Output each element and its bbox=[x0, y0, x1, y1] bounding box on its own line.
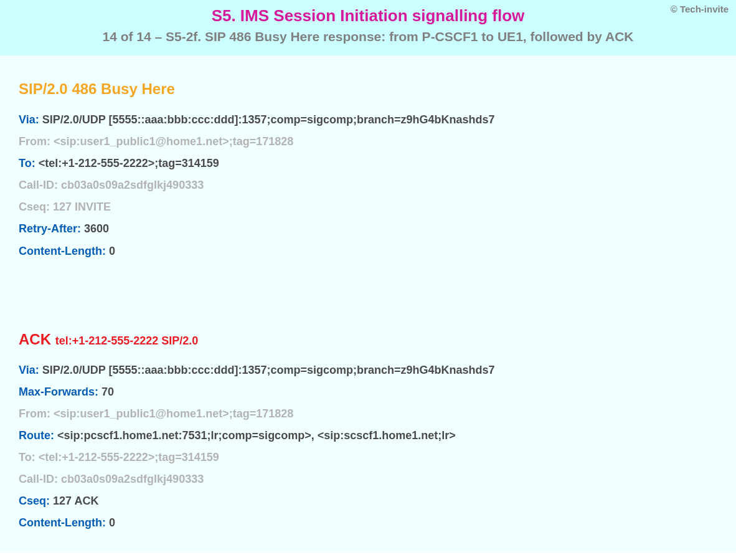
ack-request-uri: tel:+1-212-555-2222 SIP/2.0 bbox=[55, 335, 199, 347]
ack-max-forwards: Max-Forwards: 70 bbox=[19, 381, 717, 403]
clen-value: 0 bbox=[106, 516, 115, 529]
response-to: To: <tel:+1-212-555-2222>;tag=314159 bbox=[19, 153, 717, 174]
response-title: SIP/2.0 486 Busy Here bbox=[19, 80, 717, 98]
maxf-value: 70 bbox=[98, 386, 114, 398]
to-label: To: bbox=[19, 157, 35, 169]
callid-label: Call-ID: bbox=[19, 179, 58, 191]
cseq-value: 127 INVITE bbox=[50, 201, 111, 213]
clen-value: 0 bbox=[106, 245, 115, 257]
from-value: <sip:user1_public1@home1.net>;tag=171828 bbox=[50, 407, 293, 420]
retry-value: 3600 bbox=[81, 222, 109, 235]
copyright-text: © Tech-invite bbox=[671, 4, 729, 14]
callid-value: cb03a0s09a2sdfglkj490333 bbox=[58, 179, 204, 191]
ack-from: From: <sip:user1_public1@home1.net>;tag=… bbox=[19, 403, 717, 425]
page-header: © Tech-invite S5. IMS Session Initiation… bbox=[0, 0, 736, 55]
content-area: SIP/2.0 486 Busy Here Via: SIP/2.0/UDP [… bbox=[0, 55, 736, 553]
ack-method: ACK bbox=[19, 331, 55, 348]
response-from: From: <sip:user1_public1@home1.net>;tag=… bbox=[19, 131, 717, 153]
from-label: From: bbox=[19, 135, 50, 148]
via-label: Via: bbox=[19, 364, 39, 376]
callid-label: Call-ID: bbox=[19, 473, 58, 485]
from-label: From: bbox=[19, 407, 50, 420]
maxf-label: Max-Forwards: bbox=[19, 386, 98, 398]
ack-content-length: Content-Length: 0 bbox=[19, 512, 717, 534]
route-label: Route: bbox=[19, 429, 54, 442]
cseq-value: 127 ACK bbox=[50, 495, 98, 507]
section-spacer bbox=[19, 262, 717, 331]
retry-label: Retry-After: bbox=[19, 222, 81, 235]
to-value: <tel:+1-212-555-2222>;tag=314159 bbox=[35, 157, 219, 169]
response-cseq: Cseq: 127 INVITE bbox=[19, 196, 717, 218]
ack-via: Via: SIP/2.0/UDP [5555::aaa:bbb:ccc:ddd]… bbox=[19, 359, 717, 381]
to-label: To: bbox=[19, 451, 35, 463]
ack-cseq: Cseq: 127 ACK bbox=[19, 490, 717, 512]
ack-callid: Call-ID: cb03a0s09a2sdfglkj490333 bbox=[19, 468, 717, 490]
ack-route: Route: <sip:pcscf1.home1.net:7531;lr;com… bbox=[19, 425, 717, 447]
clen-label: Content-Length: bbox=[19, 245, 106, 257]
callid-value: cb03a0s09a2sdfglkj490333 bbox=[58, 473, 204, 485]
via-value: SIP/2.0/UDP [5555::aaa:bbb:ccc:ddd]:1357… bbox=[39, 364, 495, 376]
cseq-label: Cseq: bbox=[19, 495, 50, 507]
clen-label: Content-Length: bbox=[19, 516, 106, 529]
response-via: Via: SIP/2.0/UDP [5555::aaa:bbb:ccc:ddd]… bbox=[19, 109, 717, 131]
from-value: <sip:user1_public1@home1.net>;tag=171828 bbox=[50, 135, 293, 148]
cseq-label: Cseq: bbox=[19, 201, 50, 213]
page-subtitle: 14 of 14 – S5-2f. SIP 486 Busy Here resp… bbox=[12, 29, 724, 44]
response-content-length: Content-Length: 0 bbox=[19, 240, 717, 262]
response-callid: Call-ID: cb03a0s09a2sdfglkj490333 bbox=[19, 174, 717, 196]
ack-title: ACK tel:+1-212-555-2222 SIP/2.0 bbox=[19, 331, 717, 348]
page-title: S5. IMS Session Initiation signalling fl… bbox=[12, 6, 724, 26]
route-value: <sip:pcscf1.home1.net:7531;lr;comp=sigco… bbox=[54, 429, 456, 442]
via-value: SIP/2.0/UDP [5555::aaa:bbb:ccc:ddd]:1357… bbox=[39, 113, 495, 126]
ack-to: To: <tel:+1-212-555-2222>;tag=314159 bbox=[19, 447, 717, 468]
to-value: <tel:+1-212-555-2222>;tag=314159 bbox=[35, 451, 219, 463]
via-label: Via: bbox=[19, 113, 39, 126]
response-retry-after: Retry-After: 3600 bbox=[19, 218, 717, 240]
